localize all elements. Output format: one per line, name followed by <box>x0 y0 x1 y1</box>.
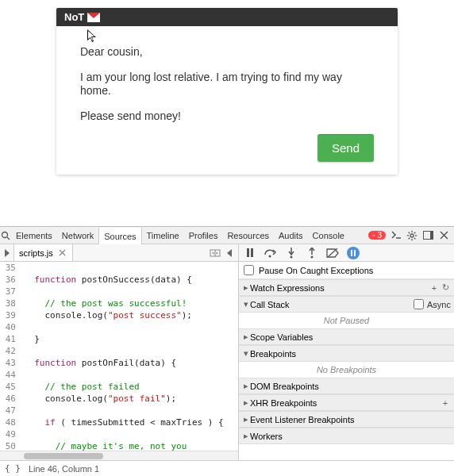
code-text <box>21 262 24 274</box>
line-number[interactable]: 49 <box>0 428 21 440</box>
code-line[interactable]: 35 <box>0 262 238 274</box>
tab-timeline[interactable]: Timeline <box>142 227 184 244</box>
section-dom-breakpoints[interactable]: ▸ DOM Breakpoints <box>239 378 454 394</box>
email-window: NoT Dear cousin, I am your long lost rel… <box>56 8 398 175</box>
refresh-watch-icon[interactable]: ↻ <box>440 282 451 293</box>
line-number[interactable]: 43 <box>0 357 21 369</box>
code-line[interactable]: 40 <box>0 321 238 333</box>
line-number[interactable]: 44 <box>0 369 21 381</box>
svg-rect-13 <box>430 232 433 239</box>
send-button[interactable]: Send <box>317 134 374 162</box>
code-text: // the post was successful! <box>21 298 187 309</box>
show-navigator-icon[interactable] <box>0 244 14 261</box>
section-scope-variables[interactable]: ▸ Scope Variables <box>239 328 454 345</box>
section-workers[interactable]: ▸ Workers <box>239 428 454 444</box>
code-line[interactable]: 46 console.log("post fail"); <box>0 393 238 405</box>
code-text <box>21 428 24 440</box>
history-nav-icon[interactable] <box>210 248 221 259</box>
step-into-icon[interactable] <box>285 247 298 259</box>
code-line[interactable]: 49 <box>0 428 238 440</box>
step-out-icon[interactable] <box>306 247 318 259</box>
disclosure-triangle-icon: ▸ <box>242 397 250 408</box>
section-xhr-breakpoints[interactable]: ▸ XHR Breakpoints + <box>239 394 454 411</box>
close-devtools-icon[interactable] <box>438 230 449 241</box>
line-number[interactable]: 40 <box>0 321 21 333</box>
line-number[interactable]: 46 <box>0 393 21 405</box>
code-text: // maybe it's me, not you <box>21 440 187 451</box>
section-breakpoints[interactable]: ▾ Breakpoints <box>239 345 454 362</box>
disclosure-triangle-icon: ▸ <box>242 381 250 391</box>
call-stack-body: Not Paused <box>239 313 454 328</box>
code-text <box>21 286 24 298</box>
svg-point-3 <box>410 234 414 237</box>
horizontal-scrollbar[interactable] <box>0 451 238 460</box>
tab-sources[interactable]: Sources <box>98 228 141 244</box>
code-line[interactable]: 50 // maybe it's me, not you <box>0 440 238 451</box>
code-line[interactable]: 43 function postOnFail(data) { <box>0 357 238 369</box>
line-number[interactable]: 45 <box>0 381 21 393</box>
async-checkbox[interactable] <box>414 299 424 309</box>
disclosure-triangle-down-icon: ▾ <box>242 299 250 309</box>
code-line[interactable]: 44 <box>0 369 238 381</box>
line-number[interactable]: 38 <box>0 298 21 309</box>
svg-point-0 <box>2 232 8 237</box>
email-line-1: I am your long lost relative. I am tryin… <box>80 71 374 98</box>
line-number[interactable]: 36 <box>0 274 21 286</box>
line-number[interactable]: 50 <box>0 440 21 451</box>
settings-gear-icon[interactable] <box>406 230 417 241</box>
pause-script-icon[interactable] <box>244 247 256 259</box>
code-line[interactable]: 41 } <box>0 333 238 345</box>
svg-rect-20 <box>247 248 249 257</box>
section-event-listener-breakpoints[interactable]: ▸ Event Listener Breakpoints <box>239 411 454 428</box>
tab-console[interactable]: Console <box>308 227 349 244</box>
code-line[interactable]: 45 // the post failed <box>0 381 238 393</box>
tab-profiles[interactable]: Profiles <box>184 227 223 244</box>
section-watch-expressions[interactable]: ▸ Watch Expressions + ↻ <box>239 279 454 296</box>
section-call-stack[interactable]: ▾ Call Stack Async <box>239 296 454 313</box>
code-line[interactable]: 48 if ( timesSubmitted < maxTries ) { <box>0 416 238 428</box>
disclosure-triangle-icon: ▸ <box>242 282 250 293</box>
line-number[interactable]: 48 <box>0 416 21 428</box>
code-editor[interactable]: 3536 function postOnSuccess(data) {3738 … <box>0 262 238 460</box>
add-xhr-breakpoint-icon[interactable]: + <box>440 398 451 408</box>
code-line[interactable]: 47 <box>0 405 238 416</box>
pause-on-caught-label: Pause On Caught Exceptions <box>259 266 373 275</box>
pretty-print-icon[interactable]: { } <box>5 463 21 474</box>
error-count-badge[interactable]: ◦ 3 <box>368 231 386 240</box>
pause-on-exceptions-icon[interactable] <box>347 247 360 259</box>
more-options-icon[interactable] <box>224 248 235 259</box>
status-bar: { } Line 46, Column 1 <box>0 460 454 476</box>
close-tab-icon[interactable] <box>58 248 67 258</box>
step-over-icon[interactable] <box>264 247 277 259</box>
tab-network[interactable]: Network <box>57 227 98 244</box>
tab-resources[interactable]: Resources <box>222 227 274 244</box>
pause-on-caught-row: Pause On Caught Exceptions <box>239 262 454 279</box>
line-number[interactable]: 41 <box>0 333 21 345</box>
line-number[interactable]: 35 <box>0 262 21 274</box>
svg-rect-21 <box>251 248 253 257</box>
svg-rect-28 <box>351 250 352 256</box>
tab-audits[interactable]: Audits <box>274 227 308 244</box>
tab-elements[interactable]: Elements <box>11 227 57 244</box>
disclosure-triangle-icon: ▸ <box>242 431 250 441</box>
code-line[interactable]: 38 // the post was successful! <box>0 298 238 309</box>
code-text <box>21 369 24 381</box>
show-console-icon[interactable] <box>391 230 402 241</box>
line-number[interactable]: 42 <box>0 345 21 357</box>
pause-on-caught-checkbox[interactable] <box>244 265 254 275</box>
line-number[interactable]: 39 <box>0 309 21 321</box>
line-number[interactable]: 47 <box>0 405 21 416</box>
file-tab-scripts-js[interactable]: scripts.js <box>14 244 73 261</box>
code-text: // the post failed <box>21 381 140 393</box>
code-line[interactable]: 42 <box>0 345 238 357</box>
code-line[interactable]: 36 function postOnSuccess(data) { <box>0 274 238 286</box>
add-watch-icon[interactable]: + <box>429 283 440 293</box>
svg-rect-29 <box>354 250 356 256</box>
line-number[interactable]: 37 <box>0 286 21 298</box>
disclosure-triangle-icon: ▸ <box>242 332 250 342</box>
dock-side-icon[interactable] <box>422 230 433 241</box>
code-line[interactable]: 39 console.log("post success"); <box>0 309 238 321</box>
deactivate-breakpoints-icon[interactable] <box>326 247 339 259</box>
search-icon[interactable] <box>0 230 11 241</box>
code-line[interactable]: 37 <box>0 286 238 298</box>
